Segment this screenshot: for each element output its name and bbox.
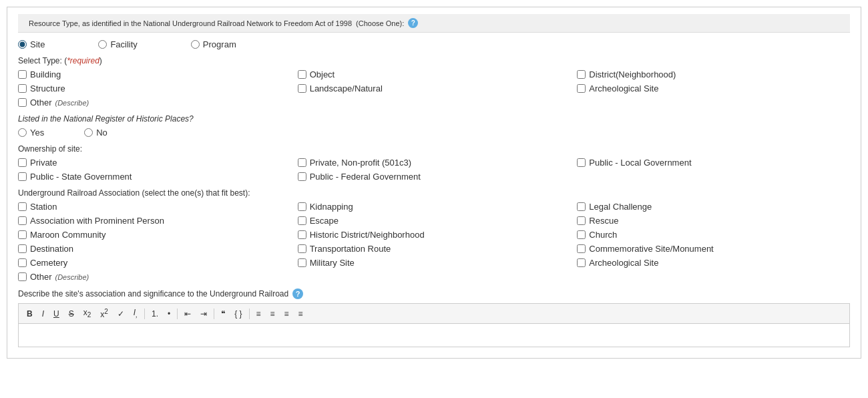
yes-no-row: Yes No — [18, 128, 850, 138]
checkbox-assoc-person[interactable]: Association with Prominent Person — [18, 216, 291, 226]
checkbox-legal-challenge[interactable]: Legal Challenge — [577, 202, 850, 212]
checkbox-commemorative-input[interactable] — [577, 244, 586, 253]
checkbox-transportation[interactable]: Transportation Route — [298, 244, 571, 254]
checkbox-other-type-label: Other — [30, 97, 52, 108]
checkbox-rescue-label: Rescue — [589, 216, 618, 226]
radio-program[interactable]: Program — [191, 39, 236, 49]
radio-site[interactable]: Site — [18, 39, 45, 49]
checkbox-structure[interactable]: Structure — [18, 83, 291, 93]
checkbox-archeological-site[interactable]: Archeological Site — [577, 258, 850, 268]
checkbox-commemorative[interactable]: Commemorative Site/Monument — [577, 244, 850, 254]
checkbox-historic-district-input[interactable] — [298, 230, 306, 239]
checkbox-district-input[interactable] — [577, 70, 586, 79]
choose-one-label: (Choose One): — [356, 19, 404, 27]
checkbox-military-site-input[interactable] — [298, 258, 306, 267]
radio-no-input[interactable] — [84, 128, 93, 137]
checkbox-legal-challenge-input[interactable] — [577, 202, 586, 211]
toolbar-bold[interactable]: B — [23, 308, 37, 320]
ownership-title: Ownership of site: — [18, 144, 850, 154]
checkbox-other-type[interactable]: Other (Describe) — [18, 97, 291, 108]
checkbox-other-type-sub: (Describe) — [55, 99, 89, 107]
radio-no[interactable]: No — [84, 128, 107, 138]
checkbox-private-input[interactable] — [18, 158, 27, 167]
toolbar-indent[interactable]: ⇥ — [196, 308, 211, 320]
checkbox-station[interactable]: Station — [18, 202, 291, 212]
checkbox-building-input[interactable] — [18, 70, 27, 79]
radio-facility[interactable]: Facility — [98, 39, 137, 49]
checkbox-other-assoc[interactable]: Other (Describe) — [18, 272, 291, 282]
checkbox-private-nonprofit[interactable]: Private, Non-profit (501c3) — [298, 158, 571, 168]
national-register-label: Listed in the National Register of Histo… — [18, 114, 850, 124]
checkbox-kidnapping[interactable]: Kidnapping — [298, 202, 571, 212]
radio-facility-input[interactable] — [98, 40, 107, 49]
checkbox-kidnapping-input[interactable] — [298, 202, 306, 211]
toolbar-blockquote[interactable]: ❝ — [217, 308, 229, 320]
checkbox-rescue-input[interactable] — [577, 216, 586, 225]
checkbox-landscape-input[interactable] — [298, 84, 306, 93]
checkbox-structure-label: Structure — [30, 83, 65, 93]
checkbox-commemorative-label: Commemorative Site/Monument — [589, 244, 713, 254]
checkbox-archeological-input[interactable] — [577, 84, 586, 93]
checkbox-assoc-person-input[interactable] — [18, 216, 27, 225]
checkbox-maroon[interactable]: Maroon Community — [18, 230, 291, 240]
toolbar-ol[interactable]: 1. — [148, 308, 162, 320]
radio-program-input[interactable] — [191, 40, 200, 49]
checkbox-other-assoc-input[interactable] — [18, 272, 27, 281]
toolbar-align-left[interactable]: ≡ — [252, 308, 265, 320]
toolbar-align-center[interactable]: ≡ — [266, 308, 279, 320]
checkbox-church[interactable]: Church — [577, 230, 850, 240]
checkbox-archeological-site-input[interactable] — [577, 258, 586, 267]
checkbox-building-label: Building — [30, 69, 61, 79]
toolbar-superscript[interactable]: x2 — [96, 307, 112, 321]
checkbox-archeological[interactable]: Archeological Site — [577, 83, 850, 93]
checkbox-cemetery-input[interactable] — [18, 258, 27, 267]
toolbar-code[interactable]: { } — [230, 308, 246, 320]
toolbar-subscript[interactable]: x2 — [79, 307, 95, 321]
checkbox-station-input[interactable] — [18, 202, 27, 211]
checkbox-escape-input[interactable] — [298, 216, 306, 225]
checkbox-destination-input[interactable] — [18, 244, 27, 253]
toolbar-italic2[interactable]: I, — [130, 307, 142, 321]
toolbar-strikethrough[interactable]: S — [65, 308, 78, 320]
toolbar-outdent[interactable]: ⇤ — [180, 308, 195, 320]
checkbox-object-input[interactable] — [298, 70, 306, 79]
checkbox-public-federal-input[interactable] — [298, 172, 306, 181]
radio-site-input[interactable] — [18, 40, 27, 49]
checkbox-public-federal[interactable]: Public - Federal Government — [298, 172, 571, 182]
checkbox-structure-input[interactable] — [18, 84, 27, 93]
checkbox-object[interactable]: Object — [298, 69, 571, 79]
toolbar-align-right[interactable]: ≡ — [280, 308, 293, 320]
toolbar-italic[interactable]: I — [38, 308, 48, 320]
toolbar-underline[interactable]: U — [49, 308, 63, 320]
header-help-icon[interactable]: ? — [408, 18, 418, 28]
checkbox-private-nonprofit-input[interactable] — [298, 158, 306, 167]
toolbar-check[interactable]: ✓ — [114, 308, 128, 320]
checkbox-private[interactable]: Private — [18, 158, 291, 168]
checkbox-public-local-input[interactable] — [577, 158, 586, 167]
checkbox-transportation-label: Transportation Route — [310, 244, 391, 254]
checkbox-rescue[interactable]: Rescue — [577, 216, 850, 226]
checkbox-military-site-label: Military Site — [310, 258, 355, 268]
checkbox-maroon-input[interactable] — [18, 230, 27, 239]
radio-yes[interactable]: Yes — [18, 128, 44, 138]
describe-help-icon[interactable]: ? — [292, 288, 303, 299]
checkbox-landscape[interactable]: Landscape/Natural — [298, 83, 571, 93]
toolbar-ul[interactable]: • — [164, 308, 174, 320]
checkbox-church-input[interactable] — [577, 230, 586, 239]
checkbox-building[interactable]: Building — [18, 69, 291, 79]
checkbox-public-local-label: Public - Local Government — [589, 158, 691, 168]
checkbox-other-type-input[interactable] — [18, 98, 27, 107]
checkbox-transportation-input[interactable] — [298, 244, 306, 253]
checkbox-destination[interactable]: Destination — [18, 244, 291, 254]
checkbox-escape[interactable]: Escape — [298, 216, 571, 226]
checkbox-public-state[interactable]: Public - State Government — [18, 172, 291, 182]
editor-content-area[interactable] — [18, 323, 850, 347]
checkbox-military-site[interactable]: Military Site — [298, 258, 571, 268]
radio-yes-input[interactable] — [18, 128, 27, 137]
checkbox-cemetery[interactable]: Cemetery — [18, 258, 291, 268]
checkbox-historic-district[interactable]: Historic District/Neighborhood — [298, 230, 571, 240]
checkbox-district[interactable]: District(Neighborhood) — [577, 69, 850, 79]
checkbox-public-local[interactable]: Public - Local Government — [577, 158, 850, 168]
toolbar-justify[interactable]: ≡ — [294, 308, 307, 320]
checkbox-public-state-input[interactable] — [18, 172, 27, 181]
